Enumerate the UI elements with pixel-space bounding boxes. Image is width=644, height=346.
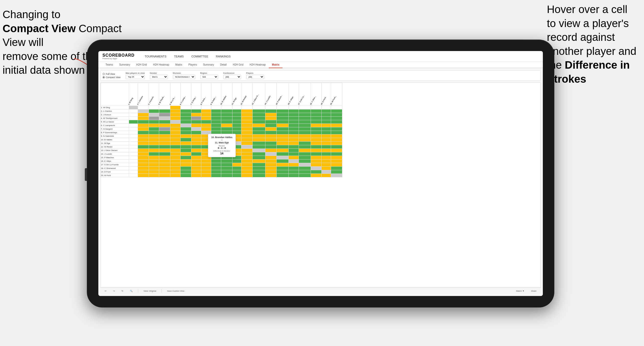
matrix-cell[interactable] [252, 156, 265, 159]
matrix-cell[interactable] [289, 120, 299, 124]
matrix-cell[interactable] [149, 109, 159, 113]
matrix-cell[interactable] [265, 134, 277, 138]
matrix-cell[interactable] [289, 170, 299, 174]
matrix-cell[interactable] [289, 134, 299, 138]
matrix-cell[interactable] [170, 170, 180, 174]
nav-rankings[interactable]: RANKINGS [216, 55, 230, 58]
matrix-cell[interactable] [232, 106, 241, 109]
matrix-cell[interactable] [277, 159, 289, 163]
tab-matrix1[interactable]: Matrix [172, 62, 185, 68]
matrix-cell[interactable] [232, 159, 241, 163]
matrix-cell[interactable] [159, 145, 170, 149]
matrix-cell[interactable] [129, 131, 138, 134]
matrix-cell[interactable] [201, 159, 211, 163]
matrix-cell[interactable] [232, 109, 241, 113]
matrix-cell[interactable] [265, 131, 277, 134]
matrix-cell[interactable] [170, 138, 180, 142]
matrix-cell[interactable] [221, 106, 232, 109]
matrix-cell[interactable] [211, 167, 221, 170]
matrix-cell[interactable] [180, 113, 191, 117]
matrix-cell[interactable] [265, 170, 277, 174]
matrix-cell[interactable] [311, 124, 322, 127]
nav-committee[interactable]: COMMITTEE [191, 55, 208, 58]
matrix-cell[interactable] [191, 109, 201, 113]
matrix-cell[interactable] [299, 138, 311, 142]
matrix-cell[interactable] [265, 117, 277, 120]
matrix-cell[interactable] [149, 120, 159, 124]
matrix-cell[interactable] [180, 134, 191, 138]
matrix-cell[interactable] [241, 163, 252, 167]
matrix-cell[interactable] [159, 120, 170, 124]
matrix-cell[interactable] [221, 113, 232, 117]
matrix-cell[interactable] [277, 142, 289, 145]
matrix-cell[interactable] [265, 106, 277, 109]
matrix-cell[interactable] [299, 167, 311, 170]
gender-select[interactable]: Men's [150, 75, 168, 79]
matrix-cell[interactable] [331, 117, 342, 120]
matrix-cell[interactable] [277, 156, 289, 159]
matrix-cell[interactable] [211, 127, 221, 131]
matrix-cell[interactable] [159, 131, 170, 134]
matrix-cell[interactable] [331, 131, 342, 134]
matrix-cell[interactable] [170, 156, 180, 159]
matrix-cell[interactable] [265, 124, 277, 127]
matrix-cell[interactable] [241, 127, 252, 131]
matrix-cell[interactable] [289, 156, 299, 159]
matrix-cell[interactable] [265, 156, 277, 159]
matrix-cell[interactable] [211, 124, 221, 127]
matrix-cell[interactable] [289, 131, 299, 134]
matrix-cell[interactable] [138, 113, 149, 117]
matrix-cell[interactable] [170, 117, 180, 120]
matrix-cell[interactable] [241, 142, 252, 145]
matrix-cell[interactable] [159, 124, 170, 127]
matrix-cell[interactable] [241, 109, 252, 113]
matrix-cell[interactable] [331, 142, 342, 145]
matrix-cell[interactable] [191, 120, 201, 124]
matrix-cell[interactable] [252, 152, 265, 156]
matrix-cell[interactable] [322, 124, 331, 127]
matrix-cell[interactable] [221, 117, 232, 120]
matrix-cell[interactable] [201, 174, 211, 177]
matrix-cell[interactable] [180, 174, 191, 177]
matrix-cell[interactable] [201, 167, 211, 170]
matrix-cell[interactable] [241, 113, 252, 117]
matrix-cell[interactable] [252, 124, 265, 127]
matrix-cell[interactable] [331, 170, 342, 174]
matrix-cell[interactable] [170, 127, 180, 131]
matrix-cell[interactable] [191, 113, 201, 117]
nav-tournaments[interactable]: TOURNAMENTS [145, 55, 167, 58]
matrix-cell[interactable] [138, 138, 149, 142]
matrix-cell[interactable] [159, 170, 170, 174]
matrix-cell[interactable] [149, 149, 159, 152]
matrix-cell[interactable] [170, 167, 180, 170]
matrix-cell[interactable] [221, 167, 232, 170]
matrix-cell[interactable] [191, 138, 201, 142]
matrix-cell[interactable] [138, 127, 149, 131]
matrix-cell[interactable] [180, 120, 191, 124]
matrix-cell[interactable] [191, 134, 201, 138]
matrix-cell[interactable] [322, 109, 331, 113]
share-btn[interactable]: Share [530, 289, 538, 293]
matrix-cell[interactable] [149, 156, 159, 159]
matrix-cell[interactable] [241, 134, 252, 138]
matrix-cell[interactable] [170, 149, 180, 152]
matrix-cell[interactable] [129, 120, 138, 124]
matrix-cell[interactable] [170, 174, 180, 177]
matrix-cell[interactable] [311, 134, 322, 138]
matrix-cell[interactable] [252, 163, 265, 167]
compact-view-radio[interactable] [103, 76, 105, 78]
matrix-cell[interactable] [138, 131, 149, 134]
matrix-cell[interactable] [241, 152, 252, 156]
matrix-cell[interactable] [201, 124, 211, 127]
matrix-cell[interactable] [129, 127, 138, 131]
matrix-cell[interactable] [311, 120, 322, 124]
matrix-cell[interactable] [180, 149, 191, 152]
compact-view-option[interactable]: Compact View [103, 76, 121, 79]
matrix-cell[interactable] [241, 170, 252, 174]
matrix-cell[interactable] [252, 167, 265, 170]
matrix-cell[interactable] [265, 138, 277, 142]
matrix-cell[interactable] [191, 152, 201, 156]
players-select[interactable]: (All) [246, 75, 264, 79]
matrix-cell[interactable] [299, 145, 311, 149]
matrix-cell[interactable] [311, 159, 322, 163]
